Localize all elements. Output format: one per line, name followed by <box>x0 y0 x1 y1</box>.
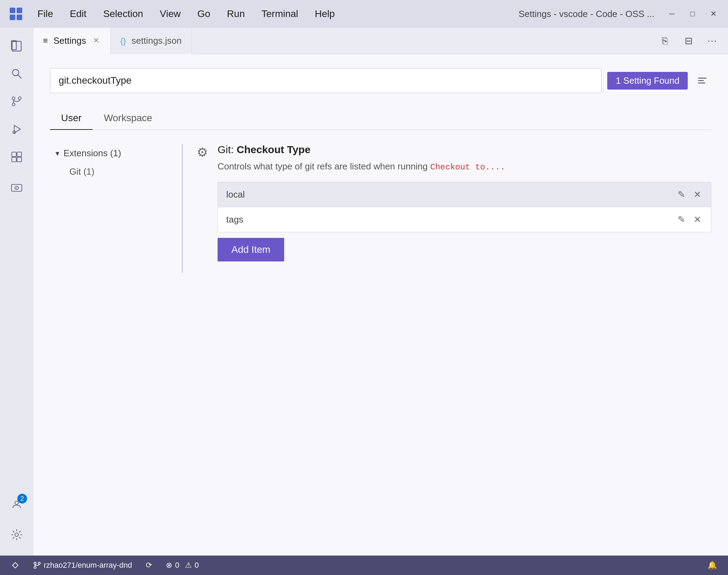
menu-go[interactable]: Go <box>195 7 213 21</box>
clear-search-button[interactable] <box>693 72 711 90</box>
accounts-badge: 2 <box>17 494 27 503</box>
maximize-button[interactable]: □ <box>686 8 699 20</box>
activity-manage[interactable] <box>4 522 29 547</box>
minimize-button[interactable]: ─ <box>666 8 678 20</box>
svg-rect-17 <box>12 157 16 162</box>
activity-github[interactable]: 2 <box>4 492 29 517</box>
tab-settings-icon: ≡ <box>43 36 48 45</box>
settings-nav: ▾ Extensions (1) Git (1) <box>50 144 182 273</box>
tab-json-label: settings.json <box>132 35 182 46</box>
menu-edit[interactable]: Edit <box>67 7 89 21</box>
menu-bar: File Edit Selection View Go Run Terminal… <box>35 7 507 21</box>
tab-settings[interactable]: ≡ Settings ✕ <box>33 28 111 54</box>
svg-rect-15 <box>12 152 16 157</box>
list-item-local: local ✎ ✕ <box>218 182 711 207</box>
sync-status[interactable]: ⟳ <box>143 559 155 571</box>
activity-bar: 2 <box>0 28 33 556</box>
setting-gear-icon[interactable]: ⚙ <box>197 144 208 261</box>
setting-description: Controls what type of git refs are liste… <box>218 160 711 174</box>
tab-settings-close[interactable]: ✕ <box>92 35 101 46</box>
tab-bar-actions: ⎘ ⊟ ⋯ <box>656 32 728 50</box>
setting-title: Git: Checkout Type <box>218 144 711 156</box>
tab-settings-label: Settings <box>53 35 86 46</box>
setting-checkout-type: ⚙ Git: Checkout Type Controls what type … <box>197 144 711 261</box>
warning-icon: ⚠ <box>185 561 192 570</box>
setting-code-ref: Checkout to.... <box>430 162 505 172</box>
editor-layout-button[interactable]: ⊟ <box>679 32 697 50</box>
tab-json-icon: {} <box>120 36 126 46</box>
app-logo <box>8 6 24 22</box>
svg-rect-0 <box>10 8 15 13</box>
list-item-tags-text: tags <box>226 214 676 225</box>
nav-extensions[interactable]: ▾ Extensions (1) <box>50 144 173 163</box>
activity-source-control[interactable] <box>4 89 29 114</box>
activity-run[interactable] <box>4 117 29 142</box>
menu-run[interactable]: Run <box>224 7 247 21</box>
nav-git[interactable]: Git (1) <box>50 163 173 181</box>
close-button[interactable]: ✕ <box>707 8 720 20</box>
menu-view[interactable]: View <box>157 7 184 21</box>
main-layout: 2 ≡ Settings ✕ {} settings.json ⎘ ⊟ <box>0 28 728 556</box>
setting-list: local ✎ ✕ tags ✎ <box>218 182 711 232</box>
svg-line-8 <box>18 75 21 78</box>
list-item-local-actions: ✎ ✕ <box>676 188 703 201</box>
svg-point-28 <box>34 566 36 568</box>
tab-workspace[interactable]: Workspace <box>93 107 163 130</box>
setting-title-bold: Checkout Type <box>237 144 311 155</box>
delete-tags-button[interactable]: ✕ <box>692 213 703 226</box>
chevron-down-icon: ▾ <box>56 149 59 158</box>
activity-search[interactable] <box>4 61 29 86</box>
svg-point-21 <box>16 188 17 189</box>
svg-point-29 <box>38 562 40 564</box>
tab-user[interactable]: User <box>50 107 93 130</box>
svg-point-9 <box>12 97 15 100</box>
warning-count: 0 <box>195 561 199 570</box>
svg-rect-18 <box>17 157 22 162</box>
svg-rect-1 <box>17 8 22 13</box>
title-bar: File Edit Selection View Go Run Terminal… <box>0 0 728 28</box>
nav-extensions-label: Extensions (1) <box>64 148 121 159</box>
sync-icon: ⟳ <box>146 561 152 570</box>
svg-rect-2 <box>10 15 15 20</box>
setting-body: Git: Checkout Type Controls what type of… <box>218 144 711 261</box>
svg-point-10 <box>12 103 15 106</box>
tab-settings-json[interactable]: {} settings.json <box>111 28 192 54</box>
settings-detail: ⚙ Git: Checkout Type Controls what type … <box>182 144 711 273</box>
svg-point-27 <box>34 562 36 564</box>
more-actions-button[interactable]: ⋯ <box>703 32 721 50</box>
branch-name: rzhao271/enum-array-dnd <box>44 561 132 570</box>
add-item-button[interactable]: Add Item <box>218 238 284 261</box>
svg-rect-16 <box>17 152 22 157</box>
status-bar-left: rzhao271/enum-array-dnd ⟳ ⊗ 0 ⚠ 0 <box>8 559 202 571</box>
svg-point-22 <box>15 501 18 505</box>
activity-explorer[interactable] <box>4 33 29 58</box>
split-editor-button[interactable]: ⎘ <box>656 32 674 50</box>
error-count: 0 <box>175 561 179 570</box>
search-bar: 1 Setting Found <box>50 68 711 93</box>
list-item-tags-actions: ✎ ✕ <box>676 213 703 226</box>
activity-remote[interactable] <box>4 175 29 200</box>
settings-tabs: User Workspace <box>50 107 711 130</box>
menu-help[interactable]: Help <box>312 7 338 21</box>
errors-status[interactable]: ⊗ 0 ⚠ 0 <box>163 559 202 571</box>
status-bar-right: 🔔 <box>705 559 720 571</box>
activity-extensions[interactable] <box>4 144 29 169</box>
menu-terminal[interactable]: Terminal <box>259 7 301 21</box>
branch-status[interactable]: rzhao271/enum-array-dnd <box>31 559 135 571</box>
search-results-badge: 1 Setting Found <box>607 72 688 90</box>
window-controls: ─ □ ✕ <box>666 8 720 20</box>
list-item-tags: tags ✎ ✕ <box>218 207 711 232</box>
bell-icon: 🔔 <box>708 561 717 570</box>
menu-selection[interactable]: Selection <box>100 7 146 21</box>
edit-tags-button[interactable]: ✎ <box>676 213 687 226</box>
remote-status[interactable] <box>8 560 22 571</box>
notification-bell[interactable]: 🔔 <box>705 559 720 571</box>
delete-local-button[interactable]: ✕ <box>692 188 703 201</box>
tab-bar: ≡ Settings ✕ {} settings.json ⎘ ⊟ ⋯ <box>33 28 728 54</box>
editor-area: ≡ Settings ✕ {} settings.json ⎘ ⊟ ⋯ 1 Se… <box>33 28 728 556</box>
menu-file[interactable]: File <box>35 7 56 21</box>
edit-local-button[interactable]: ✎ <box>676 188 687 201</box>
search-input[interactable] <box>50 68 602 93</box>
error-icon: ⊗ <box>166 561 172 570</box>
list-item-local-text: local <box>226 189 676 200</box>
